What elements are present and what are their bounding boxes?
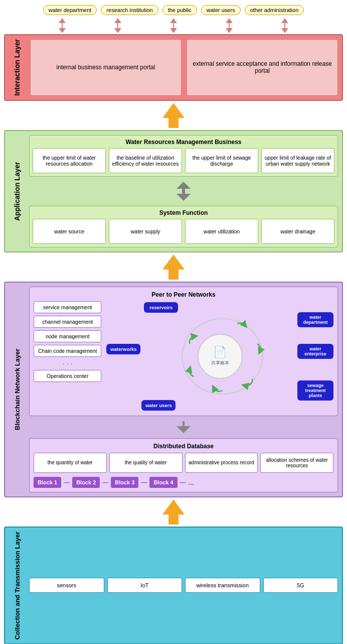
db-box-2: the quality of water (109, 453, 183, 473)
mgmt-box-1: service management (34, 301, 101, 313)
collection-box-iot: IoT (107, 578, 183, 593)
interaction-layer-label: Interaction Layer (9, 39, 25, 96)
yellow-arrow-up-3 (162, 499, 185, 525)
system-box-2: water supply (109, 219, 182, 244)
interaction-box-external: external service acceptance and informat… (187, 39, 338, 96)
node-water-enterprise: water enterprise (297, 344, 333, 359)
block-4: Block 4 (149, 477, 177, 488)
arrow-up-3 (4, 499, 343, 525)
bidir-arrow-1 (59, 18, 66, 33)
block-chain-arrow-4: — (180, 479, 186, 486)
block-chain-arrow-2: — (102, 479, 108, 486)
system-section: System Function water source water suppl… (29, 206, 338, 247)
collection-box-wireless: wireless transmission (185, 578, 260, 593)
mgmt-ellipsis: · · · (34, 359, 101, 367)
p2p-section: Peer to Peer Networks service management… (29, 287, 338, 416)
bidir-arrow-2 (114, 18, 121, 33)
application-layer: Application Layer Water Resources Manage… (4, 130, 343, 252)
dist-db-boxes: the quantity of water the quality of wat… (34, 453, 333, 473)
stakeholders-row: water department research institution th… (4, 5, 343, 15)
business-box-3: the upper limit of sewage discharge (185, 148, 258, 173)
shared-ledger-label: 共享账本 (211, 360, 229, 366)
p2p-left: service management channel management no… (34, 301, 101, 412)
stakeholder-public: the public (162, 5, 197, 15)
stakeholder-other-admin: other administration (245, 5, 304, 15)
collection-layer: Collection and Transmission Layer sensor… (4, 527, 343, 644)
business-section: Water Resources Management Business the … (29, 135, 338, 177)
node-sewage: sewage treatment plants (297, 380, 333, 401)
business-title: Water Resources Management Business (33, 139, 334, 146)
p2p-content: service management channel management no… (34, 301, 333, 412)
stakeholder-research: research institution (101, 5, 158, 15)
block-2: Block 2 (72, 477, 100, 488)
arrow-up-1 (4, 103, 343, 128)
bidir-arrow-3 (170, 18, 177, 33)
blocks-dots: ... (189, 478, 195, 486)
blockchain-inner: Peer to Peer Networks service management… (29, 287, 338, 492)
system-box-4: water drainage (261, 219, 334, 244)
block-chain-arrow-1: — (64, 479, 70, 486)
interaction-boxes: internal business management portal exte… (30, 39, 338, 96)
system-title: System Function (33, 209, 334, 216)
application-inner: Water Resources Management Business the … (29, 135, 338, 247)
stakeholder-water-dept: water department (43, 5, 97, 15)
node-water-dept: water department (297, 312, 333, 327)
system-boxes: water source water supply water utilizat… (33, 219, 334, 244)
business-box-1: the upper limit of water resources alloc… (33, 148, 106, 173)
node-reservoirs: reservoirs (144, 302, 178, 313)
business-boxes: the upper limit of water resources alloc… (33, 148, 334, 173)
bidir-arrows (4, 18, 343, 33)
collection-inner: sensors IoT wireless transmission 5G (29, 532, 338, 639)
mgmt-box-4: Chain code management (34, 345, 101, 357)
mgmt-box-5: Operations center (34, 370, 101, 382)
system-box-3: water utilization (185, 219, 258, 244)
mgmt-box-2: channel management (34, 316, 101, 328)
bidir-arrow-5 (281, 18, 288, 33)
shared-ledger: 📄 共享账本 (198, 334, 243, 379)
circle-diagram: 📄 共享账本 reservoirs water department water… (106, 301, 333, 412)
diagram-container: water department research institution th… (0, 0, 347, 644)
business-box-2: the baseline of utilization efficiency o… (109, 148, 182, 173)
blockchain-layer-label: Blockchain Network Layer (9, 287, 25, 492)
db-box-4: allocation schemes of water resources (260, 453, 333, 473)
system-box-1: water source (33, 219, 106, 244)
double-arrow-gray (177, 182, 191, 201)
blockchain-layer: Blockchain Network Layer Peer to Peer Ne… (4, 282, 343, 497)
db-box-3: administrative process record (185, 453, 258, 473)
dist-db-title: Distributed Database (34, 443, 333, 450)
blocks-row: Block 1 — Block 2 — Block 3 — Block 4 — … (34, 477, 333, 488)
yellow-arrow-up-1 (162, 103, 185, 128)
application-layer-label: Application Layer (9, 135, 25, 247)
db-box-1: the quantity of water (34, 453, 107, 473)
doc-icon: 📄 (213, 346, 227, 359)
block-3: Block 3 (111, 477, 138, 488)
collection-layer-label: Collection and Transmission Layer (9, 532, 25, 639)
dist-db-section: Distributed Database the quantity of wat… (29, 438, 338, 492)
arrow-up-2 (4, 254, 343, 280)
stakeholder-water-users: water users (201, 5, 241, 15)
business-box-4: upper limit of leakage rate of urban wat… (261, 148, 334, 173)
gray-down-arrow (29, 421, 338, 433)
interaction-box-internal: internal business management portal (30, 39, 182, 96)
bidir-arrow-4 (226, 18, 233, 33)
collection-box-sensors: sensors (29, 578, 104, 593)
p2p-title: Peer to Peer Networks (34, 291, 333, 298)
block-1: Block 1 (34, 477, 61, 488)
node-water-users: water users (141, 400, 176, 411)
node-waterworks: waterworks (106, 344, 140, 354)
block-chain-arrow-3: — (141, 479, 147, 486)
interaction-layer: Interaction Layer internal business mana… (4, 34, 343, 101)
yellow-arrow-up-2 (162, 254, 185, 280)
mgmt-box-3: node management (34, 330, 101, 342)
collection-box-5g: 5G (263, 578, 338, 593)
